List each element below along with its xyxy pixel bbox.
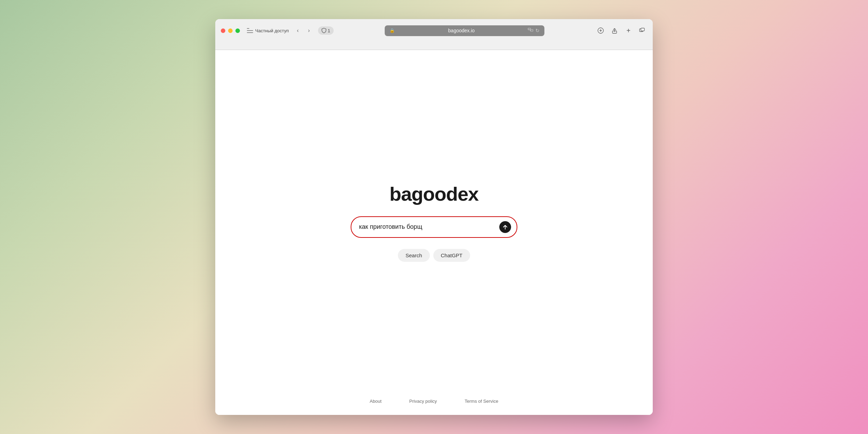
page-footer: About Privacy policy Terms of Service [370,399,498,404]
search-container [351,216,517,238]
svg-rect-9 [641,28,644,31]
site-logo: bagoodex [390,183,478,205]
back-button[interactable]: ‹ [293,26,303,35]
sidebar-icon [247,28,253,33]
privacy-policy-link[interactable]: Privacy policy [409,399,437,404]
translate-icon[interactable] [528,28,533,34]
download-button[interactable] [596,26,606,35]
search-buttons: Search ChatGPT [398,249,470,262]
browser-chrome: Частный доступ ‹ › 1 � [215,19,653,50]
plus-icon: + [626,27,631,35]
forward-arrow-icon: › [308,27,310,34]
new-tab-button[interactable]: + [624,26,633,35]
private-label: Частный доступ [255,28,289,33]
traffic-lights [221,28,240,33]
search-submit-button[interactable] [499,221,511,233]
main-content: bagoodex Search ChatGPT [351,183,517,262]
share-button[interactable] [610,26,619,35]
shield-icon [322,28,326,33]
page-content: bagoodex Search ChatGPT A [215,50,653,415]
about-link[interactable]: About [370,399,382,404]
forward-button[interactable]: › [304,26,314,35]
browser-actions: + [596,26,647,35]
url-text: bagoodex.io [397,28,526,33]
browser-titlebar: Частный доступ ‹ › 1 � [215,19,653,37]
search-input-wrapper [351,216,517,238]
reload-icon[interactable]: ↻ [535,28,540,33]
search-input[interactable] [359,223,499,231]
shield-badge[interactable]: 1 [318,26,334,35]
shield-count: 1 [328,28,330,33]
lock-icon: 🔒 [390,28,395,33]
close-button[interactable] [221,28,225,33]
minimize-button[interactable] [228,28,233,33]
fullscreen-button[interactable] [235,28,240,33]
search-button[interactable]: Search [398,249,430,262]
sidebar-toggle[interactable]: Частный доступ [247,28,289,33]
nav-buttons: ‹ › [293,26,314,35]
tabs-button[interactable] [637,26,647,35]
terms-of-service-link[interactable]: Terms of Service [465,399,498,404]
back-arrow-icon: ‹ [297,27,299,34]
address-bar-container: 🔒 bagoodex.io ↻ [338,25,592,36]
browser-tabs [215,37,653,50]
address-bar[interactable]: 🔒 bagoodex.io ↻ [385,25,544,36]
browser-window: Частный доступ ‹ › 1 � [215,19,653,415]
arrow-up-icon [502,224,508,230]
chatgpt-button[interactable]: ChatGPT [433,249,470,262]
